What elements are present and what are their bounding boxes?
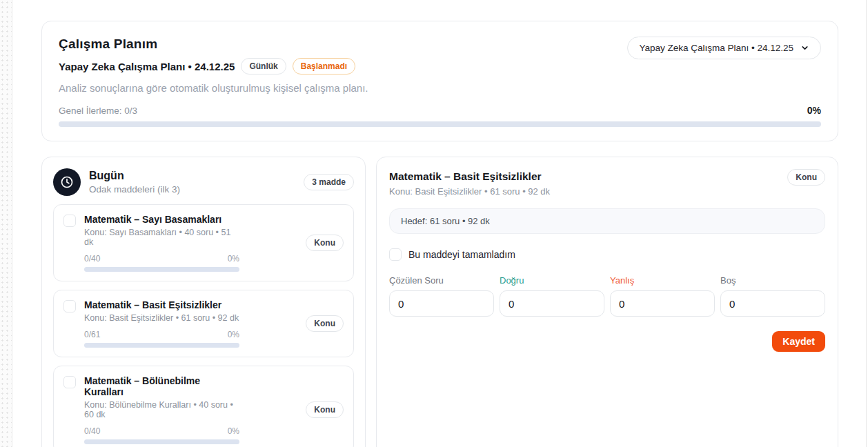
task-progress-count: 0/61: [84, 330, 100, 339]
collapsed-sidebar-strip: [0, 0, 12, 447]
task-progress-percent: 0%: [228, 330, 239, 339]
frequency-badge: Günlük: [241, 58, 286, 74]
today-panel: Bugün Odak maddeleri (ilk 3) 3 madde Mat…: [41, 157, 366, 447]
task-type-badge: Konu: [306, 235, 344, 251]
solved-questions-label: Çözülen Soru: [389, 275, 494, 286]
task-main: Matematik – Basit Eşitsizlikler Konu: Ba…: [84, 299, 239, 348]
correct-input[interactable]: [500, 290, 604, 317]
save-button[interactable]: Kaydet: [772, 331, 825, 352]
wrong-input[interactable]: [610, 290, 715, 317]
task-progress-percent: 0%: [228, 254, 239, 264]
page-right-divider: [866, 0, 867, 447]
complete-row: Bu maddeyi tamamladım: [389, 248, 825, 261]
task-type-badge: Konu: [306, 315, 344, 332]
goal-bar: Hedef: 61 soru • 92 dk: [389, 208, 825, 234]
correct-group: Doğru: [500, 275, 604, 317]
status-badge: Başlanmadı: [293, 58, 355, 74]
chevron-down-icon: [800, 43, 809, 52]
task-progress-bar: [84, 343, 239, 348]
plan-selector-dropdown[interactable]: Yapay Zeka Çalışma Planı • 24.12.25: [627, 37, 821, 59]
plan-subtitle-row: Yapay Zeka Çalışma Planı • 24.12.25 Günl…: [59, 58, 821, 74]
result-inputs-row: Çözülen Soru Doğru Yanlış Boş: [389, 275, 825, 317]
task-checkbox[interactable]: [63, 215, 76, 227]
task-progress-percent: 0%: [228, 426, 239, 436]
detail-meta: Konu: Basit Eşitsizlikler • 61 soru • 92…: [389, 186, 825, 197]
main-content: Çalışma Planım Yapay Zeka Çalışma Planı …: [12, 0, 868, 447]
complete-checkbox-label: Bu maddeyi tamamladım: [408, 249, 515, 260]
item-detail-panel: Matematik – Basit Eşitsizlikler Konu: Ba…: [376, 157, 838, 447]
task-card[interactable]: Matematik – Bölünebilme Kuralları Konu: …: [53, 366, 354, 447]
complete-checkbox[interactable]: [389, 248, 402, 261]
detail-type-badge: Konu: [787, 169, 825, 186]
today-panel-subtitle: Odak maddeleri (ilk 3): [89, 184, 295, 195]
plan-description: Analiz sonuçlarına göre otomatik oluştur…: [59, 82, 821, 94]
task-progress-bar: [84, 267, 239, 272]
overall-progress-row: Genel İlerleme: 0/3 0%: [59, 105, 821, 116]
overall-progress-percent: 0%: [807, 105, 821, 116]
task-progress-count: 0/40: [84, 426, 100, 436]
task-progress-row: 0/40 0%: [84, 426, 239, 436]
task-meta: Konu: Bölünebilme Kuralları • 40 soru • …: [84, 400, 239, 419]
today-count-badge: 3 madde: [304, 174, 354, 190]
task-card[interactable]: Matematik – Sayı Basamakları Konu: Sayı …: [53, 204, 354, 281]
blank-group: Boş: [720, 275, 825, 317]
task-main: Matematik – Sayı Basamakları Konu: Sayı …: [84, 214, 239, 272]
task-checkbox[interactable]: [63, 376, 76, 388]
task-title: Matematik – Basit Eşitsizlikler: [84, 299, 239, 310]
task-type-badge: Konu: [306, 401, 344, 418]
study-plan-page: Çalışma Planım Yapay Zeka Çalışma Planı …: [0, 0, 868, 447]
task-progress-count: 0/40: [84, 254, 100, 264]
clock-icon: [53, 168, 81, 196]
solved-questions-input[interactable]: [389, 290, 494, 317]
task-meta: Konu: Basit Eşitsizlikler • 61 soru • 92…: [84, 313, 239, 323]
wrong-group: Yanlış: [610, 275, 715, 317]
plan-header-card: Çalışma Planım Yapay Zeka Çalışma Planı …: [41, 21, 838, 141]
today-panel-header: Bugün Odak maddeleri (ilk 3) 3 madde: [53, 168, 354, 196]
task-progress-row: 0/61 0%: [84, 330, 239, 339]
wrong-label: Yanlış: [610, 275, 715, 286]
plan-selector-value: Yapay Zeka Çalışma Planı • 24.12.25: [639, 43, 793, 53]
blank-label: Boş: [720, 275, 825, 286]
left-column: Bugün Odak maddeleri (ilk 3) 3 madde Mat…: [41, 157, 366, 447]
task-title: Matematik – Sayı Basamakları: [84, 214, 239, 225]
overall-progress-bar: [59, 121, 821, 127]
today-panel-titles: Bugün Odak maddeleri (ilk 3): [89, 170, 295, 195]
right-column: Matematik – Basit Eşitsizlikler Konu: Ba…: [376, 157, 838, 447]
task-main: Matematik – Bölünebilme Kuralları Konu: …: [84, 375, 239, 444]
task-card[interactable]: Matematik – Basit Eşitsizlikler Konu: Ba…: [53, 290, 354, 357]
task-progress-row: 0/40 0%: [84, 254, 239, 264]
detail-title: Matematik – Basit Eşitsizlikler: [389, 170, 825, 183]
today-panel-title: Bugün: [89, 170, 295, 182]
task-meta: Konu: Sayı Basamakları • 40 soru • 51 dk: [84, 228, 239, 247]
plan-name-date: Yapay Zeka Çalışma Planı • 24.12.25: [59, 61, 235, 72]
save-row: Kaydet: [389, 331, 825, 352]
blank-input[interactable]: [720, 290, 825, 317]
correct-label: Doğru: [500, 275, 604, 286]
task-progress-bar: [84, 439, 239, 444]
task-title: Matematik – Bölünebilme Kuralları: [84, 375, 239, 397]
overall-progress-label: Genel İlerleme: 0/3: [59, 106, 137, 116]
task-checkbox[interactable]: [63, 300, 76, 312]
solved-questions-group: Çözülen Soru: [389, 275, 494, 317]
